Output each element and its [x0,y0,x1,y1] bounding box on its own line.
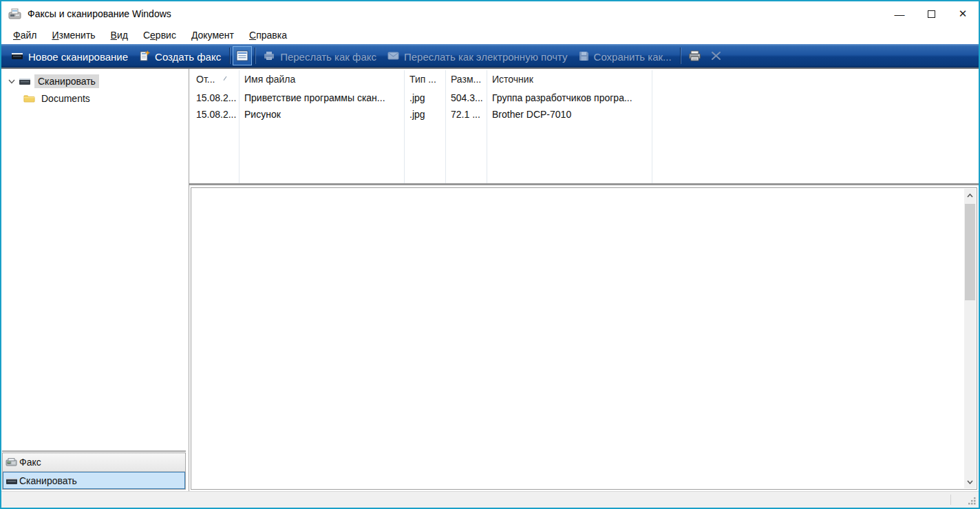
view-icon [236,50,248,61]
menu-help[interactable]: Справка [242,28,295,43]
create-fax-button[interactable]: Создать факс [134,46,226,65]
email-icon [387,52,399,60]
app-window: Факсы и сканирование Windows — ✕ Файл Из… [0,0,980,509]
chevron-up-icon [967,194,973,198]
right-panel: От... Имя файла Тип ... Разм... Источник… [189,69,979,491]
print-button[interactable] [683,46,706,65]
nav-button-scan-label: Сканировать [19,475,77,486]
delete-icon [711,51,721,61]
column-header-date[interactable]: От... [191,69,239,90]
toolbar-separator [229,48,230,64]
sort-ascending-icon [224,76,231,83]
scanner-icon [6,475,18,486]
view-toggle-button[interactable] [233,46,252,65]
cell-size: 504.3... [445,92,487,103]
forward-as-email-button: Переслать как электронную почту [382,46,573,65]
resize-grip[interactable] [968,497,977,506]
toolbar: Новое сканирование Создать факс [1,44,979,69]
new-scan-button[interactable]: Новое сканирование [6,46,134,65]
scroll-down-button[interactable] [964,475,976,488]
cell-filename: Рисунок [239,109,404,120]
save-as-button: Сохранить как... [573,46,677,65]
folder-tree: Сканировать Documents [1,69,189,450]
minimize-button[interactable]: — [884,1,915,26]
column-header-source[interactable]: Источник [487,69,652,90]
cell-type: .jpg [404,92,445,103]
statusbar [1,491,979,508]
cell-date: 15.08.2... [191,109,239,120]
table-row[interactable]: 15.08.2... Рисунок .jpg 72.1 ... Brother… [191,106,979,123]
column-header-size[interactable]: Разм... [445,69,487,90]
vertical-scrollbar[interactable] [964,189,976,488]
left-panel: Сканировать Documents [1,69,189,491]
scrollbar-thumb[interactable] [965,204,975,300]
main-area: Сканировать Documents [1,69,979,491]
cell-size: 72.1 ... [445,109,487,120]
menubar: Файл Изменить Вид Сервис Документ Справк… [1,26,979,44]
menu-tools[interactable]: Сервис [136,28,184,43]
new-fax-icon [139,50,150,61]
chevron-down-icon[interactable] [7,76,17,86]
window-title: Факсы и сканирование Windows [28,8,171,19]
fax-forward-icon [264,51,275,61]
tree-item-scan[interactable]: Сканировать [1,72,189,90]
tree-label-scan[interactable]: Сканировать [34,74,99,88]
cell-date: 15.08.2... [191,92,239,103]
menu-document[interactable]: Документ [184,28,242,43]
nav-button-fax[interactable]: Факс [3,453,185,471]
column-header-filler [652,69,979,90]
scroll-up-button[interactable] [964,189,976,202]
cell-type: .jpg [404,109,445,120]
delete-button [706,46,726,65]
save-icon [579,51,589,61]
cell-source: Brother DCP-7010 [487,109,652,120]
table-row[interactable]: 15.08.2... Приветствие программы скан...… [191,90,979,106]
forward-as-fax-button: Переслать как факс [258,46,382,65]
close-button[interactable]: ✕ [947,1,979,26]
folder-icon [23,94,35,103]
tree-label-documents[interactable]: Documents [38,92,94,105]
toolbar-separator [680,48,681,64]
nav-panel: Факс Сканировать [2,453,186,490]
titlebar: Факсы и сканирование Windows — ✕ [1,1,979,26]
toolbar-separator [255,48,255,64]
statusbar-separator [950,495,951,505]
menu-edit[interactable]: Изменить [44,28,103,43]
nav-button-scan[interactable]: Сканировать [3,471,185,489]
fax-icon [6,457,18,468]
column-header-type[interactable]: Тип ... [404,69,445,90]
scanner-icon [11,52,23,60]
tree-item-documents[interactable]: Documents [1,90,189,107]
cell-filename: Приветствие программы скан... [239,92,404,103]
maximize-button[interactable] [915,1,947,26]
fax-app-icon [8,8,22,20]
cell-source: Группа разработчиков програ... [487,92,652,103]
list-header: От... Имя файла Тип ... Разм... Источник [191,69,979,90]
menu-view[interactable]: Вид [103,28,136,43]
print-icon [688,50,701,61]
preview-pane [191,187,977,490]
chevron-down-icon [967,480,973,484]
scanner-icon [18,76,32,86]
maximize-icon [928,10,935,18]
nav-splitter[interactable] [2,450,186,452]
menu-file[interactable]: Файл [6,28,44,43]
column-header-filename[interactable]: Имя файла [239,69,404,90]
window-controls: — ✕ [884,1,979,26]
file-list: От... Имя файла Тип ... Разм... Источник… [189,69,979,183]
nav-button-fax-label: Факс [19,457,41,468]
